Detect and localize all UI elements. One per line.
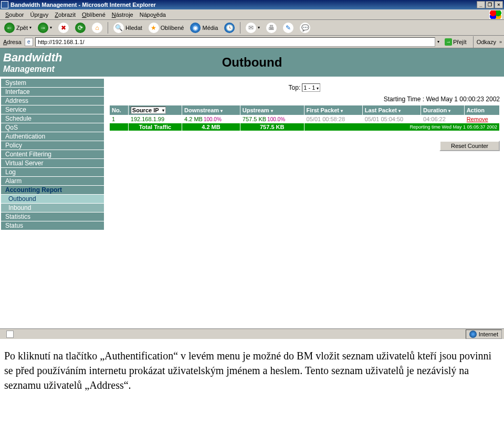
- sidebar-item-authentication[interactable]: Authentication: [1, 132, 104, 141]
- col-no: No.: [110, 105, 128, 115]
- home-button[interactable]: ⌂: [90, 22, 104, 34]
- status-bar: Internet: [0, 328, 504, 339]
- sidebar-item-schedule[interactable]: Schedule: [1, 114, 104, 123]
- menu-nastroje[interactable]: Nástroje: [109, 10, 136, 19]
- globe-icon: [469, 331, 477, 338]
- sidebar-item-qos[interactable]: QoS: [1, 123, 104, 132]
- search-button[interactable]: 🔍 Hledat: [111, 22, 144, 34]
- table-row: 1 192.168.1.99 4.2 MB100.0% 757.5 KB100.…: [110, 115, 499, 123]
- chevron-down-icon[interactable]: ▾: [437, 39, 439, 44]
- sort-icon: ▾: [448, 109, 450, 113]
- col-upstream[interactable]: Upstream ▾: [240, 105, 304, 115]
- edit-button[interactable]: ✎: [281, 22, 296, 34]
- menu-bar: Soubor Úpravy Zobrazit Oblíbené Nástroje…: [0, 9, 504, 20]
- sort-icon: ▾: [341, 109, 343, 113]
- sort-icon: ▾: [398, 109, 401, 113]
- back-icon: ←: [4, 23, 15, 33]
- sidebar-item-inbound[interactable]: Inbound: [1, 204, 104, 212]
- media-button[interactable]: ◉ Média: [188, 22, 220, 34]
- sidebar-item-log[interactable]: Log: [1, 168, 104, 176]
- top-row: Top: 1 - 1 ▾: [109, 81, 500, 94]
- col-action: Action: [465, 105, 499, 115]
- menu-napoveda[interactable]: Nápověda: [136, 10, 169, 19]
- remove-link[interactable]: Remove: [465, 115, 499, 123]
- back-label: Zpět: [16, 25, 28, 31]
- search-label: Hledat: [125, 25, 142, 31]
- sidebar: System Interface Address Service Schedul…: [0, 77, 105, 328]
- separator: [473, 36, 474, 48]
- sidebar-item-status[interactable]: Status: [1, 221, 104, 230]
- url-input[interactable]: http://192.168.1.1/: [35, 37, 435, 47]
- chevron-down-icon: ▾: [50, 25, 52, 30]
- restore-button[interactable]: ❐: [486, 1, 494, 8]
- menu-zobrazit[interactable]: Zobrazit: [51, 10, 79, 19]
- search-icon: 🔍: [113, 23, 124, 33]
- cell-dur: 04:06:22: [421, 115, 464, 123]
- sidebar-item-service[interactable]: Service: [1, 105, 104, 114]
- sidebar-item-interface[interactable]: Interface: [1, 88, 104, 96]
- discuss-button[interactable]: 💬: [298, 22, 312, 34]
- separator: [108, 22, 108, 34]
- go-icon: →: [445, 38, 452, 46]
- sidebar-item-virtual-server[interactable]: Virtual Server: [1, 159, 104, 167]
- links-expand-icon[interactable]: »: [498, 39, 502, 45]
- total-up: 757.5 KB: [240, 123, 304, 131]
- sidebar-item-policy[interactable]: Policy: [1, 141, 104, 150]
- stop-icon: ✖: [58, 23, 69, 33]
- cell-no: 1: [110, 115, 128, 123]
- star-icon: ★: [149, 23, 159, 33]
- history-button[interactable]: 🕓: [222, 22, 237, 34]
- sidebar-item-accounting-report[interactable]: Accounting Report: [1, 186, 104, 194]
- sidebar-item-outbound[interactable]: Outbound: [1, 195, 104, 203]
- brand-line2: Management: [3, 65, 105, 74]
- cell-down: 4.2 MB100.0%: [182, 115, 240, 123]
- menu-soubor[interactable]: Soubor: [2, 10, 27, 19]
- refresh-button[interactable]: ⟳: [73, 22, 88, 34]
- address-bar: Adresa e http://192.168.1.1/ ▾ → Přejít …: [0, 36, 504, 48]
- go-label: Přejít: [453, 39, 467, 45]
- address-label: Adresa: [2, 39, 23, 45]
- mail-icon: ✉: [246, 23, 256, 33]
- edit-icon: ✎: [283, 23, 293, 33]
- stop-button[interactable]: ✖: [56, 22, 71, 34]
- col-last-packet[interactable]: Last Packet ▾: [363, 105, 421, 115]
- window-titlebar: Bandwidth Management - Microsoft Interne…: [0, 0, 504, 9]
- menu-oblibene[interactable]: Oblíbené: [79, 10, 109, 19]
- reporting-time: Reporting time Wed May 1 05:05:37 2002: [304, 123, 499, 131]
- zone-label: Internet: [479, 331, 498, 337]
- links-label[interactable]: Odkazy: [477, 39, 496, 45]
- reset-counter-button[interactable]: Reset Counter: [439, 141, 500, 151]
- forward-icon: →: [38, 23, 48, 33]
- col-first-packet[interactable]: First Packet ▾: [304, 105, 362, 115]
- cell-up: 757.5 KB100.0%: [240, 115, 304, 123]
- chevron-down-icon: ▾: [29, 25, 32, 30]
- sidebar-item-alarm[interactable]: Alarm: [1, 177, 104, 185]
- sidebar-item-statistics[interactable]: Statistics: [1, 212, 104, 221]
- sidebar-item-address[interactable]: Address: [1, 97, 104, 105]
- chevron-down-icon: ▾: [162, 108, 164, 113]
- page-icon: e: [25, 38, 33, 46]
- status-zone: Internet: [466, 330, 502, 339]
- go-button[interactable]: → Přejít: [442, 37, 470, 47]
- chevron-down-icon: ▾: [258, 25, 260, 30]
- print-button[interactable]: 🖶: [264, 22, 279, 34]
- forward-button[interactable]: → ▾: [36, 22, 54, 34]
- col-downstream[interactable]: Downstream ▾: [182, 105, 240, 115]
- source-select[interactable]: Source IP ▾: [131, 107, 166, 114]
- back-button[interactable]: ← Zpět ▾: [2, 22, 34, 34]
- mail-button[interactable]: ✉ ▾: [244, 22, 262, 34]
- page-icon: [6, 331, 14, 338]
- favorites-button[interactable]: ★ Oblíbené: [146, 22, 186, 34]
- refresh-icon: ⟳: [75, 23, 86, 33]
- menu-upravy[interactable]: Úpravy: [27, 10, 51, 19]
- sidebar-item-content-filtering[interactable]: Content Filtering: [1, 150, 104, 158]
- minimize-button[interactable]: _: [477, 1, 485, 8]
- close-button[interactable]: ×: [495, 1, 503, 8]
- cell-first: 05/01 00:58:28: [304, 115, 362, 123]
- top-select[interactable]: 1 - 1 ▾: [302, 83, 320, 92]
- page-header: Bandwidth Management Outbound: [0, 48, 504, 77]
- sidebar-item-system[interactable]: System: [1, 79, 104, 87]
- sort-icon: ▾: [271, 109, 273, 113]
- page-title: Outbound: [105, 55, 399, 70]
- col-duration[interactable]: Duration ▾: [421, 105, 464, 115]
